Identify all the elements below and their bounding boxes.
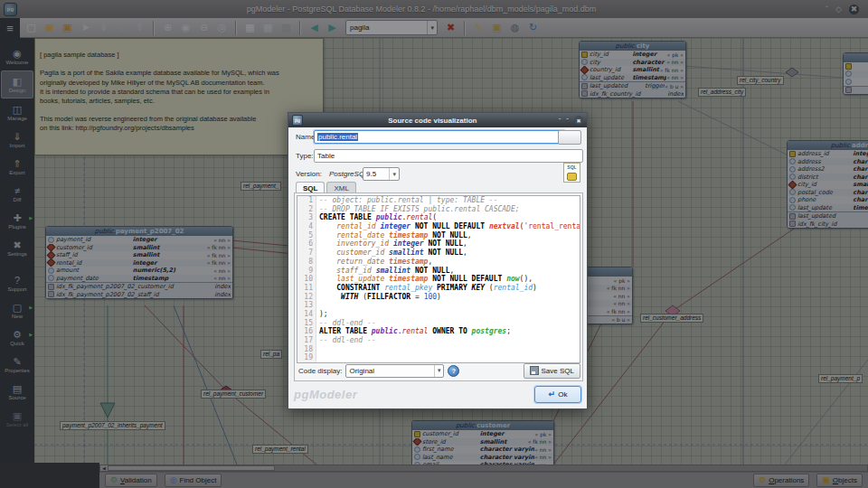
code-text: rental_date timestamp NOT NULL, xyxy=(316,231,472,240)
code-line: 13 xyxy=(297,301,580,310)
dialog-unshade-icon[interactable]: ˆ xyxy=(566,117,569,125)
line-number: 4 xyxy=(297,222,316,231)
pgmodeler-watermark: pgModeler xyxy=(294,388,357,401)
line-number: 7 xyxy=(297,249,316,258)
version-combobox[interactable]: 9.5 ▾ xyxy=(363,167,400,181)
code-text: return_date timestamp, xyxy=(316,258,432,267)
line-number: 6 xyxy=(297,239,316,249)
code-text: rental_id integer NOT NULL DEFAULT nextv… xyxy=(316,222,580,231)
code-display-combobox[interactable]: Original ▾ xyxy=(345,364,444,378)
line-number: 3 xyxy=(297,213,316,222)
ok-button[interactable]: ↵ Ok xyxy=(534,386,581,403)
code-line: 8 return_date timestamp, xyxy=(297,258,580,267)
type-value: Table xyxy=(317,152,335,160)
code-text: customer_id smallint NOT NULL, xyxy=(316,249,467,258)
code-text: last_update timestamp NOT NULL DEFAULT n… xyxy=(316,275,533,284)
chevron-down-icon: ▾ xyxy=(389,168,399,180)
sql-code-area[interactable]: 1-- object: public.rental | type: TABLE … xyxy=(297,195,580,363)
code-text: ); xyxy=(316,310,328,319)
source-code-dialog: pg Source code visualization ˇ ˆ ✖ Name:… xyxy=(288,112,588,409)
line-number: 2 xyxy=(297,205,316,214)
line-number: 11 xyxy=(297,284,316,293)
line-number: 17 xyxy=(297,336,316,345)
code-display-label: Code display: xyxy=(298,367,342,375)
code-line: 18 xyxy=(297,345,580,354)
code-line: 17-- ddl-end -- xyxy=(297,336,580,345)
code-line: 6 inventory_id integer NOT NULL, xyxy=(297,239,580,249)
type-label: Type: xyxy=(296,152,314,160)
line-number: 18 xyxy=(297,345,316,354)
code-line: 2-- DROP TABLE IF EXISTS public.rental C… xyxy=(297,205,580,214)
code-line: 19 xyxy=(297,353,580,362)
save-icon xyxy=(530,366,539,375)
save-sql-button[interactable]: Save SQL xyxy=(524,363,580,379)
code-line: 9 staff_id smallint NOT NULL, xyxy=(297,267,580,276)
code-line: 16ALTER TABLE public.rental OWNER TO pos… xyxy=(297,327,580,336)
line-number: 8 xyxy=(297,258,316,267)
code-line: 12 WITH (FILLFACTOR = 100) xyxy=(297,293,580,302)
dialog-close-icon[interactable]: ✖ xyxy=(574,116,583,125)
code-text: inventory_id integer NOT NULL, xyxy=(316,239,467,249)
line-number: 9 xyxy=(297,267,316,276)
code-text: -- ddl-end -- xyxy=(316,319,376,328)
code-text xyxy=(316,301,319,310)
line-number: 16 xyxy=(297,327,316,336)
name-edit-button[interactable] xyxy=(558,130,581,145)
code-line: 3CREATE TABLE public.rental( xyxy=(297,213,580,222)
version-label: Version: xyxy=(296,170,322,178)
code-text: -- object: public.rental | type: TABLE -… xyxy=(316,196,497,205)
line-number: 14 xyxy=(297,310,316,319)
line-number: 12 xyxy=(297,293,316,302)
pgmodeler-window: pg pgModeler - PostgreSQL Database Model… xyxy=(0,0,868,488)
dialog-app-icon: pg xyxy=(292,115,303,126)
code-text xyxy=(316,345,319,354)
code-text: ALTER TABLE public.rental OWNER TO postg… xyxy=(316,327,511,336)
sql-file-icon: SQL xyxy=(563,163,580,183)
code-line: 5 rental_date timestamp NOT NULL, xyxy=(297,231,580,240)
version-value: 9.5 xyxy=(366,170,376,178)
line-number: 19 xyxy=(297,353,316,362)
line-number: 10 xyxy=(297,275,316,284)
code-line: 7 customer_id smallint NOT NULL, xyxy=(297,249,580,258)
code-text: CREATE TABLE public.rental( xyxy=(316,213,437,222)
code-text: CONSTRAINT rental_pkey PRIMARY KEY (rent… xyxy=(316,284,537,293)
dialog-titlebar[interactable]: pg Source code visualization ˇ ˆ ✖ xyxy=(288,113,587,127)
sql-tab-panel: 1-- object: public.rental | type: TABLE … xyxy=(294,192,583,381)
code-text: -- ddl-end -- xyxy=(316,336,376,345)
ok-arrow-icon: ↵ xyxy=(549,389,556,399)
name-input[interactable]: public.rental xyxy=(314,130,565,144)
name-value: public.rental xyxy=(317,133,358,141)
dialog-shade-icon[interactable]: ˇ xyxy=(559,117,561,125)
line-number: 5 xyxy=(297,231,316,240)
type-input: Table xyxy=(314,149,583,163)
code-text xyxy=(316,353,319,362)
code-line: 15-- ddl-end -- xyxy=(297,319,580,328)
chevron-down-icon: ▾ xyxy=(434,365,444,377)
code-text: -- DROP TABLE IF EXISTS public.rental CA… xyxy=(316,205,520,214)
code-text: staff_id smallint NOT NULL, xyxy=(316,267,454,276)
code-line: 1-- object: public.rental | type: TABLE … xyxy=(297,196,580,205)
code-line: 4 rental_id integer NOT NULL DEFAULT nex… xyxy=(297,222,580,231)
code-line: 11 CONSTRAINT rental_pkey PRIMARY KEY (r… xyxy=(297,284,580,293)
dialog-title: Source code visualization xyxy=(307,117,559,125)
line-number: 13 xyxy=(297,301,316,310)
code-display-value: Original xyxy=(349,367,374,375)
help-icon[interactable]: ? xyxy=(448,365,459,377)
line-number: 15 xyxy=(297,319,316,328)
code-line: 10 last_update timestamp NOT NULL DEFAUL… xyxy=(297,275,580,284)
code-line: 14); xyxy=(297,310,580,319)
code-text: WITH (FILLFACTOR = 100) xyxy=(316,293,441,302)
line-number: 1 xyxy=(297,196,316,205)
